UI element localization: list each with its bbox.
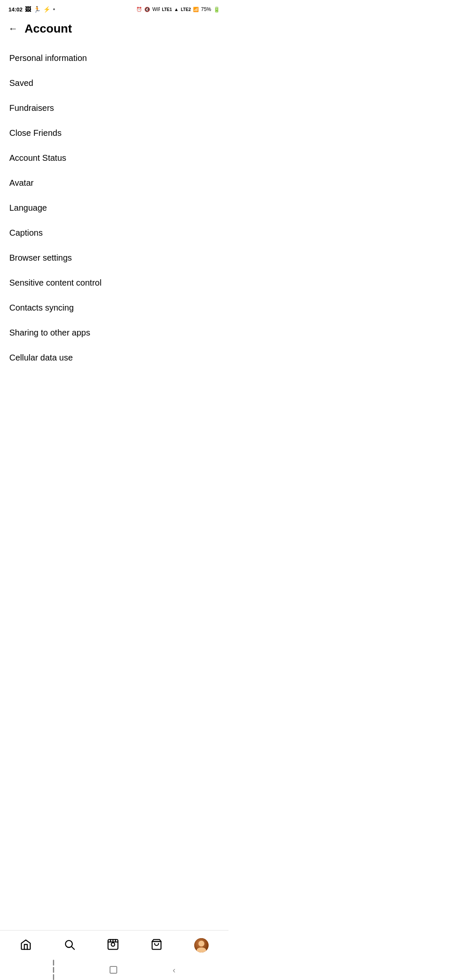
wifi-icon: WiFi <box>152 6 160 13</box>
header: ← Account <box>0 17 228 42</box>
signal2-icon: 📶 <box>193 7 199 12</box>
mute-icon: 🔇 <box>144 7 150 12</box>
battery-icon: 🔋 <box>213 6 220 13</box>
menu-item-language[interactable]: Language <box>0 195 228 220</box>
lte1-icon: LTE1 <box>162 7 172 12</box>
back-button[interactable]: ← <box>8 24 18 33</box>
strava-icon: 🏃 <box>33 6 41 13</box>
menu-item-sensitive-content-control[interactable]: Sensitive content control <box>0 270 228 295</box>
menu-item-personal-information[interactable]: Personal information <box>0 46 228 71</box>
menu-item-avatar[interactable]: Avatar <box>0 171 228 195</box>
flash-icon: ⚡ <box>43 6 50 13</box>
menu-list: Personal informationSavedFundraisersClos… <box>0 42 228 374</box>
menu-item-fundraisers[interactable]: Fundraisers <box>0 96 228 121</box>
status-left: 14:02 🖼 🏃 ⚡ • <box>8 6 55 13</box>
menu-item-close-friends[interactable]: Close Friends <box>0 121 228 146</box>
page-title: Account <box>25 22 72 36</box>
menu-item-cellular-data-use[interactable]: Cellular data use <box>0 345 228 370</box>
battery-text: 75% <box>201 6 211 12</box>
alarm-icon: ⏰ <box>136 7 142 12</box>
signal1-icon: ▲ <box>174 7 179 12</box>
menu-item-sharing-to-other-apps[interactable]: Sharing to other apps <box>0 320 228 345</box>
status-bar: 14:02 🖼 🏃 ⚡ • ⏰ 🔇 WiFi LTE1 ▲ LTE2 📶 75%… <box>0 0 228 17</box>
clock: 14:02 <box>8 6 22 13</box>
svg-text:WiFi: WiFi <box>152 6 160 12</box>
menu-item-browser-settings[interactable]: Browser settings <box>0 245 228 270</box>
menu-item-contacts-syncing[interactable]: Contacts syncing <box>0 295 228 320</box>
photo-icon: 🖼 <box>25 6 31 13</box>
menu-item-saved[interactable]: Saved <box>0 71 228 96</box>
menu-item-captions[interactable]: Captions <box>0 220 228 245</box>
menu-item-account-status[interactable]: Account Status <box>0 146 228 171</box>
dot-icon: • <box>53 6 55 13</box>
status-right: ⏰ 🔇 WiFi LTE1 ▲ LTE2 📶 75% 🔋 <box>136 6 220 13</box>
lte2-icon: LTE2 <box>181 7 191 12</box>
